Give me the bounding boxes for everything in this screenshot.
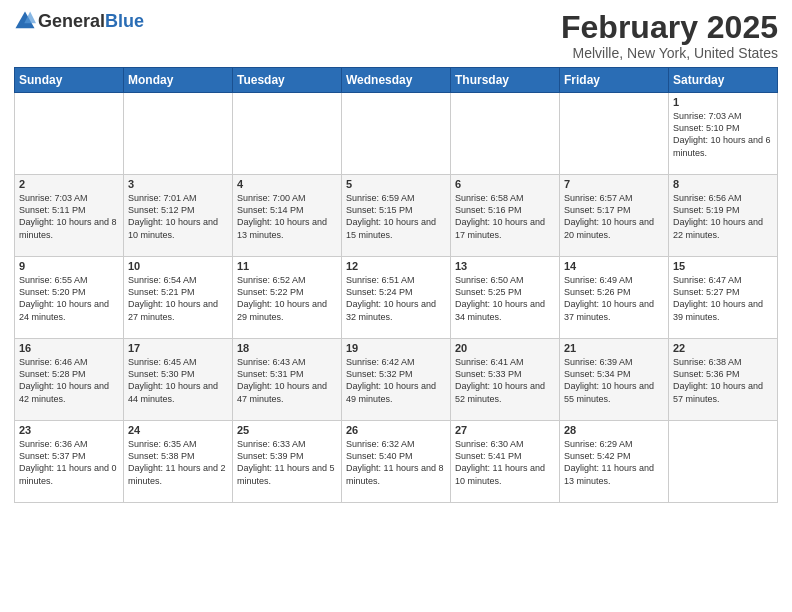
day-info: Sunrise: 6:58 AM Sunset: 5:16 PM Dayligh…	[455, 192, 555, 241]
calendar-week-row: 2Sunrise: 7:03 AM Sunset: 5:11 PM Daylig…	[15, 175, 778, 257]
logo-general-text: General	[38, 11, 105, 31]
calendar-cell: 22Sunrise: 6:38 AM Sunset: 5:36 PM Dayli…	[669, 339, 778, 421]
calendar-cell: 17Sunrise: 6:45 AM Sunset: 5:30 PM Dayli…	[124, 339, 233, 421]
calendar-cell: 23Sunrise: 6:36 AM Sunset: 5:37 PM Dayli…	[15, 421, 124, 503]
day-number: 18	[237, 342, 337, 354]
calendar-cell: 2Sunrise: 7:03 AM Sunset: 5:11 PM Daylig…	[15, 175, 124, 257]
day-info: Sunrise: 6:43 AM Sunset: 5:31 PM Dayligh…	[237, 356, 337, 405]
calendar-cell: 19Sunrise: 6:42 AM Sunset: 5:32 PM Dayli…	[342, 339, 451, 421]
calendar-cell: 28Sunrise: 6:29 AM Sunset: 5:42 PM Dayli…	[560, 421, 669, 503]
calendar-cell: 9Sunrise: 6:55 AM Sunset: 5:20 PM Daylig…	[15, 257, 124, 339]
day-number: 24	[128, 424, 228, 436]
day-info: Sunrise: 6:32 AM Sunset: 5:40 PM Dayligh…	[346, 438, 446, 487]
day-info: Sunrise: 6:59 AM Sunset: 5:15 PM Dayligh…	[346, 192, 446, 241]
page-subtitle: Melville, New York, United States	[561, 45, 778, 61]
day-info: Sunrise: 7:03 AM Sunset: 5:10 PM Dayligh…	[673, 110, 773, 159]
calendar-cell: 16Sunrise: 6:46 AM Sunset: 5:28 PM Dayli…	[15, 339, 124, 421]
day-info: Sunrise: 6:50 AM Sunset: 5:25 PM Dayligh…	[455, 274, 555, 323]
day-info: Sunrise: 6:30 AM Sunset: 5:41 PM Dayligh…	[455, 438, 555, 487]
day-number: 22	[673, 342, 773, 354]
title-block: February 2025 Melville, New York, United…	[561, 10, 778, 61]
day-info: Sunrise: 6:57 AM Sunset: 5:17 PM Dayligh…	[564, 192, 664, 241]
calendar-cell	[560, 93, 669, 175]
day-info: Sunrise: 6:29 AM Sunset: 5:42 PM Dayligh…	[564, 438, 664, 487]
calendar-cell: 8Sunrise: 6:56 AM Sunset: 5:19 PM Daylig…	[669, 175, 778, 257]
day-number: 10	[128, 260, 228, 272]
day-number: 21	[564, 342, 664, 354]
day-number: 17	[128, 342, 228, 354]
day-number: 20	[455, 342, 555, 354]
calendar-cell: 3Sunrise: 7:01 AM Sunset: 5:12 PM Daylig…	[124, 175, 233, 257]
day-number: 12	[346, 260, 446, 272]
day-number: 2	[19, 178, 119, 190]
day-info: Sunrise: 7:01 AM Sunset: 5:12 PM Dayligh…	[128, 192, 228, 241]
day-number: 8	[673, 178, 773, 190]
weekday-header-sunday: Sunday	[15, 68, 124, 93]
page-header: GeneralBlue February 2025 Melville, New …	[14, 10, 778, 61]
weekday-header-monday: Monday	[124, 68, 233, 93]
day-info: Sunrise: 6:41 AM Sunset: 5:33 PM Dayligh…	[455, 356, 555, 405]
logo-blue-text: Blue	[105, 11, 144, 31]
weekday-header-thursday: Thursday	[451, 68, 560, 93]
day-number: 28	[564, 424, 664, 436]
day-number: 27	[455, 424, 555, 436]
calendar-cell: 4Sunrise: 7:00 AM Sunset: 5:14 PM Daylig…	[233, 175, 342, 257]
calendar-week-row: 1Sunrise: 7:03 AM Sunset: 5:10 PM Daylig…	[15, 93, 778, 175]
day-number: 14	[564, 260, 664, 272]
day-info: Sunrise: 6:47 AM Sunset: 5:27 PM Dayligh…	[673, 274, 773, 323]
calendar-cell: 24Sunrise: 6:35 AM Sunset: 5:38 PM Dayli…	[124, 421, 233, 503]
calendar-cell	[15, 93, 124, 175]
page-title: February 2025	[561, 10, 778, 45]
day-number: 19	[346, 342, 446, 354]
day-info: Sunrise: 6:38 AM Sunset: 5:36 PM Dayligh…	[673, 356, 773, 405]
day-number: 15	[673, 260, 773, 272]
day-number: 13	[455, 260, 555, 272]
calendar-cell: 21Sunrise: 6:39 AM Sunset: 5:34 PM Dayli…	[560, 339, 669, 421]
day-info: Sunrise: 6:33 AM Sunset: 5:39 PM Dayligh…	[237, 438, 337, 487]
weekday-header-wednesday: Wednesday	[342, 68, 451, 93]
weekday-header-tuesday: Tuesday	[233, 68, 342, 93]
day-info: Sunrise: 6:39 AM Sunset: 5:34 PM Dayligh…	[564, 356, 664, 405]
calendar-cell: 10Sunrise: 6:54 AM Sunset: 5:21 PM Dayli…	[124, 257, 233, 339]
logo: GeneralBlue	[14, 10, 144, 32]
calendar-cell	[124, 93, 233, 175]
calendar-cell	[342, 93, 451, 175]
day-number: 26	[346, 424, 446, 436]
calendar-cell: 6Sunrise: 6:58 AM Sunset: 5:16 PM Daylig…	[451, 175, 560, 257]
calendar-week-row: 9Sunrise: 6:55 AM Sunset: 5:20 PM Daylig…	[15, 257, 778, 339]
calendar-cell: 14Sunrise: 6:49 AM Sunset: 5:26 PM Dayli…	[560, 257, 669, 339]
calendar-cell: 5Sunrise: 6:59 AM Sunset: 5:15 PM Daylig…	[342, 175, 451, 257]
day-info: Sunrise: 6:46 AM Sunset: 5:28 PM Dayligh…	[19, 356, 119, 405]
calendar-cell: 15Sunrise: 6:47 AM Sunset: 5:27 PM Dayli…	[669, 257, 778, 339]
calendar-cell: 13Sunrise: 6:50 AM Sunset: 5:25 PM Dayli…	[451, 257, 560, 339]
calendar-cell	[451, 93, 560, 175]
weekday-header-saturday: Saturday	[669, 68, 778, 93]
calendar-cell: 27Sunrise: 6:30 AM Sunset: 5:41 PM Dayli…	[451, 421, 560, 503]
day-number: 1	[673, 96, 773, 108]
day-info: Sunrise: 6:54 AM Sunset: 5:21 PM Dayligh…	[128, 274, 228, 323]
calendar-cell	[233, 93, 342, 175]
calendar-cell: 12Sunrise: 6:51 AM Sunset: 5:24 PM Dayli…	[342, 257, 451, 339]
day-info: Sunrise: 6:35 AM Sunset: 5:38 PM Dayligh…	[128, 438, 228, 487]
day-info: Sunrise: 6:56 AM Sunset: 5:19 PM Dayligh…	[673, 192, 773, 241]
day-number: 16	[19, 342, 119, 354]
day-number: 25	[237, 424, 337, 436]
calendar-cell: 18Sunrise: 6:43 AM Sunset: 5:31 PM Dayli…	[233, 339, 342, 421]
day-info: Sunrise: 6:42 AM Sunset: 5:32 PM Dayligh…	[346, 356, 446, 405]
day-info: Sunrise: 6:49 AM Sunset: 5:26 PM Dayligh…	[564, 274, 664, 323]
day-number: 11	[237, 260, 337, 272]
day-info: Sunrise: 6:51 AM Sunset: 5:24 PM Dayligh…	[346, 274, 446, 323]
calendar-cell: 11Sunrise: 6:52 AM Sunset: 5:22 PM Dayli…	[233, 257, 342, 339]
day-info: Sunrise: 6:55 AM Sunset: 5:20 PM Dayligh…	[19, 274, 119, 323]
calendar-cell: 25Sunrise: 6:33 AM Sunset: 5:39 PM Dayli…	[233, 421, 342, 503]
day-info: Sunrise: 7:00 AM Sunset: 5:14 PM Dayligh…	[237, 192, 337, 241]
calendar-week-row: 16Sunrise: 6:46 AM Sunset: 5:28 PM Dayli…	[15, 339, 778, 421]
day-info: Sunrise: 6:36 AM Sunset: 5:37 PM Dayligh…	[19, 438, 119, 487]
day-number: 4	[237, 178, 337, 190]
day-number: 5	[346, 178, 446, 190]
day-number: 3	[128, 178, 228, 190]
weekday-header-row: SundayMondayTuesdayWednesdayThursdayFrid…	[15, 68, 778, 93]
day-number: 9	[19, 260, 119, 272]
calendar-cell	[669, 421, 778, 503]
calendar-cell: 1Sunrise: 7:03 AM Sunset: 5:10 PM Daylig…	[669, 93, 778, 175]
